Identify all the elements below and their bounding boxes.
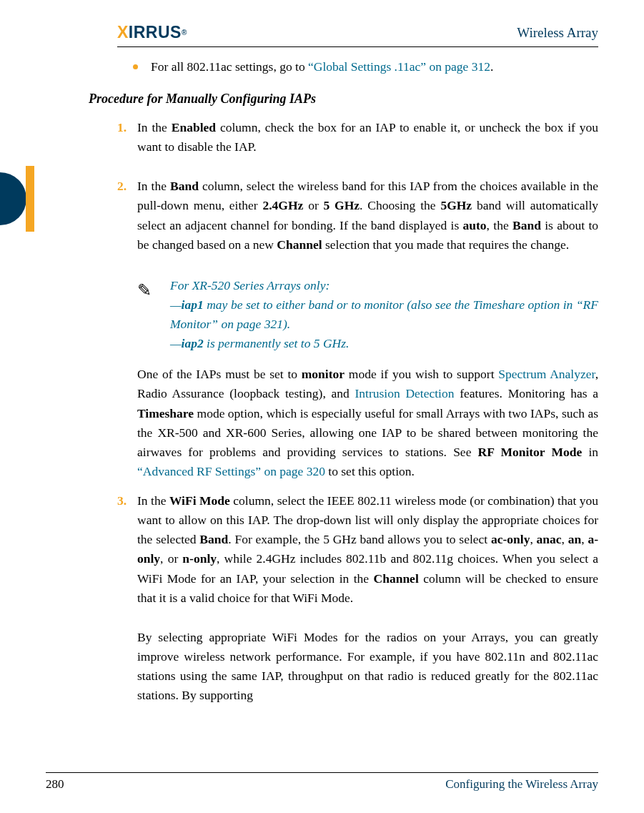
text: One of the IAPs must be set to — [137, 367, 302, 381]
page-footer: 280 Configuring the Wireless Array — [46, 772, 598, 792]
text-bold: n-only — [182, 551, 217, 566]
bullet-text: For all 802.11ac settings, go to “Global… — [151, 57, 493, 77]
content: For all 802.11ac settings, go to “Global… — [117, 57, 598, 705]
bullet-item: For all 802.11ac settings, go to “Global… — [133, 57, 598, 77]
text: features. Monitoring has a — [454, 386, 598, 400]
step2-continuation: One of the IAPs must be set to monitor m… — [137, 365, 598, 481]
text-bold: Band — [199, 532, 228, 546]
bullet-icon — [133, 64, 138, 69]
text-bold: Channel — [374, 571, 419, 586]
text-bold: auto — [463, 218, 487, 232]
side-tab-band — [26, 166, 34, 232]
link-spectrum-analyzer[interactable]: Spectrum Analyzer — [498, 367, 595, 381]
side-tab — [0, 166, 34, 232]
text: , — [530, 532, 536, 546]
step-body: In the WiFi Mode column, select the IEEE… — [137, 491, 598, 608]
text: , or — [160, 551, 182, 566]
step-3: 3. In the WiFi Mode column, select the I… — [117, 491, 598, 618]
text-bold: WiFi Mode — [169, 493, 230, 508]
text-bold: 5 GHz — [324, 198, 360, 212]
text-bold-italic: iap2 — [182, 336, 204, 350]
link-advanced-rf-settings[interactable]: “Advanced RF Settings” on page 320 — [137, 464, 325, 478]
note-text: For XR-520 Series Arrays only: —iap1 may… — [157, 276, 598, 354]
text-bold: anac — [537, 532, 562, 546]
text: , — [562, 532, 568, 546]
text: or — [303, 198, 323, 212]
text: mode if you wish to support — [345, 367, 498, 381]
link-intrusion-detection[interactable]: Intrusion Detection — [355, 386, 455, 400]
text-bold: RF Monitor Mode — [478, 445, 583, 459]
step3-continuation: By selecting appropriate WiFi Modes for … — [137, 628, 598, 706]
text: . Choosing the — [360, 198, 440, 212]
text: may be set to either band or to monitor … — [170, 297, 598, 331]
step-2: 2. In the Band column, select the wirele… — [117, 177, 598, 265]
text: For all 802.11ac settings, go to — [151, 59, 308, 74]
step-1: 1. In the Enabled column, check the box … — [117, 118, 598, 167]
link-global-settings-11ac[interactable]: “Global Settings .11ac” on page 312 — [308, 59, 490, 74]
step-number: 2. — [117, 177, 137, 265]
step-body: In the Band column, select the wireless … — [137, 177, 598, 255]
note-block: ✎ For XR-520 Series Arrays only: —iap1 m… — [137, 276, 598, 354]
text: . For example, the 5 GHz band allows you… — [228, 532, 491, 546]
text: , the — [487, 218, 512, 232]
page: XIRRUS® Wireless Array For all 802.11ac … — [0, 0, 644, 813]
step-number: 3. — [117, 491, 137, 618]
text-bold: Band — [512, 218, 541, 232]
text: is permanently set to 5 GHz. — [204, 336, 350, 350]
text-bold: an — [568, 532, 581, 546]
step-body: In the Enabled column, check the box for… — [137, 118, 598, 157]
step-number: 1. — [117, 118, 137, 167]
note-line1: For XR-520 Series Arrays only: — [170, 278, 330, 292]
text: to set this option. — [325, 464, 415, 478]
text-bold: 2.4GHz — [262, 198, 303, 212]
text-bold: monitor — [302, 367, 345, 381]
text: . — [490, 59, 493, 74]
text: selection that you made that requires th… — [322, 237, 570, 252]
text-bold: 5GHz — [440, 198, 472, 212]
text-bold: Enabled — [172, 120, 216, 134]
text-bold: Band — [170, 179, 199, 193]
text-bold: Channel — [277, 237, 322, 252]
footer-rule — [46, 772, 598, 773]
text: in — [582, 445, 598, 459]
brand-logo: XIRRUS® — [117, 23, 187, 42]
subheading-procedure: Procedure for Manually Configuring IAPs — [89, 89, 598, 109]
text: In the — [137, 120, 172, 134]
page-number: 280 — [46, 777, 64, 792]
text-bold: ac-only — [491, 532, 530, 546]
header-title: Wireless Array — [517, 25, 598, 41]
text-bold: Timeshare — [137, 406, 194, 420]
text: In the — [137, 493, 169, 508]
side-tab-circle — [0, 172, 26, 225]
note-icon: ✎ — [137, 276, 157, 354]
text: — — [170, 336, 182, 350]
text: In the — [137, 179, 170, 193]
text: — — [170, 297, 182, 312]
footer-section-title: Configuring the Wireless Array — [445, 777, 598, 792]
header-rule — [117, 46, 598, 47]
text-bold-italic: iap1 — [182, 297, 204, 312]
page-header: XIRRUS® Wireless Array — [46, 23, 598, 42]
